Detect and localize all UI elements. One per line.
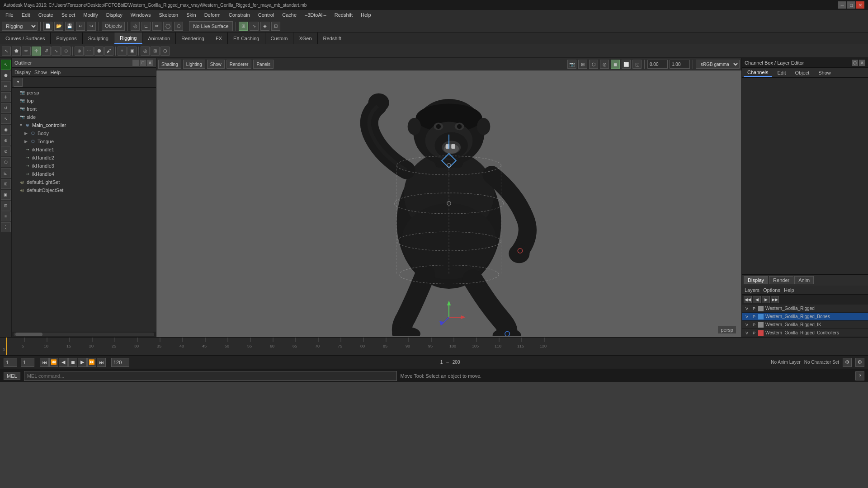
paint-weights[interactable]: 🖌 [104, 47, 113, 56]
menu-file[interactable]: File [2, 11, 17, 19]
layer-p-3[interactable]: P [751, 331, 757, 335]
le-prev-btn[interactable]: ◀◀ [744, 296, 752, 303]
outliner-item-default-obj-set[interactable]: ◎ defaultObjectSet [12, 186, 156, 194]
mel-input[interactable] [24, 371, 397, 381]
tab-curves-surfaces[interactable]: Curves / Surfaces [0, 33, 51, 44]
tool-move[interactable]: ✛ [32, 47, 41, 56]
vp-renderer-select[interactable]: sRGB gamma [696, 60, 740, 69]
end-frame-input[interactable]: 120 [111, 358, 129, 367]
help-line-btn[interactable]: ? [855, 371, 864, 380]
scroll-track[interactable] [14, 333, 154, 336]
menu-constrain[interactable]: Constrain [225, 11, 254, 19]
layer-v-0[interactable]: V [744, 306, 750, 311]
menu-help[interactable]: Help [357, 11, 375, 19]
tool-select[interactable]: ↖ [2, 47, 11, 56]
le-menu-options[interactable]: Options [763, 287, 780, 293]
cb-tab-show[interactable]: Show [815, 69, 835, 76]
save-scene-button[interactable]: 💾 [65, 22, 74, 31]
jump-end-btn[interactable]: ⏭ [97, 358, 106, 367]
ol-menu-help[interactable]: Help [51, 70, 61, 75]
ik-handle[interactable]: ⋯ [85, 47, 94, 56]
step-fwd-btn[interactable]: ⏩ [87, 358, 96, 367]
snap-live[interactable]: ◎ [141, 47, 150, 56]
outliner-item-main-ctrl[interactable]: ▼ ⊕ Main_controller [12, 121, 156, 129]
cb-tab-object[interactable]: Object [791, 69, 813, 76]
snap-grid[interactable]: ⊞ [239, 22, 248, 31]
le-next-btn[interactable]: ▶▶ [771, 296, 779, 303]
le-fwd-btn[interactable]: ▶ [762, 296, 770, 303]
outliner-item-ikhandle4[interactable]: ⊸ ikHandle4 [12, 170, 156, 178]
vp-grid-toggle[interactable]: ⊞ [578, 60, 587, 69]
tool-snap-icon[interactable]: ⊕ [1, 136, 11, 145]
ol-menu-display[interactable]: Display [14, 70, 31, 75]
layer-name-1[interactable]: Western_Gorilla_Rigged_Bones [765, 314, 866, 319]
tool-render-icon[interactable]: ▣ [1, 190, 11, 200]
joint-tool[interactable]: ⊕ [75, 47, 84, 56]
outliner-minimize[interactable]: ─ [132, 60, 139, 66]
undo-button[interactable]: ↩ [76, 22, 85, 31]
tab-fx-caching[interactable]: FX Caching [228, 33, 265, 44]
menu-edit[interactable]: Edit [18, 11, 34, 19]
tab-fx[interactable]: FX [210, 33, 228, 44]
menu-skeleton[interactable]: Skeleton [155, 11, 182, 19]
tool-obj-icon[interactable]: ⬡ [1, 157, 11, 167]
layer-v-1[interactable]: V [744, 314, 750, 319]
menu-cache[interactable]: Cache [278, 11, 300, 19]
retopo[interactable]: ⬡ [160, 47, 170, 56]
tool-move-icon[interactable]: ↖ [1, 60, 11, 70]
menu-modify[interactable]: Modify [80, 11, 101, 19]
tool-show-icon[interactable]: ◉ [1, 125, 11, 135]
layer-v-2[interactable]: V [744, 323, 750, 327]
menu-skin[interactable]: Skin [183, 11, 199, 19]
tool-lasso-icon[interactable]: ⬟ [1, 70, 11, 80]
step-snap[interactable]: ⊞ [151, 47, 160, 56]
tool-rotate[interactable]: ↺ [42, 47, 51, 56]
le-tab-anim[interactable]: Anim [794, 276, 814, 284]
vp-val2[interactable]: 1.00 [670, 60, 690, 69]
menu-select[interactable]: Select [58, 11, 79, 19]
step-back-btn[interactable]: ⏪ [49, 358, 58, 367]
char-set-btn[interactable]: ⚙ [855, 358, 864, 367]
minimize-button[interactable]: ─ [838, 1, 846, 9]
tool-more-icon[interactable]: ⋮ [1, 222, 11, 232]
cb-tab-channels[interactable]: Channels [744, 69, 772, 77]
anim-settings-btn[interactable]: ⚙ [843, 358, 852, 367]
tool-paint[interactable]: ✏ [22, 47, 31, 56]
soft-select[interactable]: ◯ [163, 22, 172, 31]
outliner-close[interactable]: ✕ [147, 60, 153, 66]
vp-val1[interactable]: 0.00 [647, 60, 668, 69]
outliner-item-default-light-set[interactable]: ◎ defaultLightSet [12, 178, 156, 186]
outliner-item-front[interactable]: 📷 front [12, 105, 156, 113]
vp-cam-select[interactable]: 📷 [567, 60, 576, 69]
layer-row-2[interactable]: V P Western_Gorilla_Rigged_IK [742, 321, 868, 329]
stop-btn[interactable]: ⏹ [68, 358, 77, 367]
le-back-btn[interactable]: ◀ [753, 296, 761, 303]
le-tab-render[interactable]: Render [769, 276, 793, 284]
snap-view[interactable]: ⊡ [271, 22, 280, 31]
lasso-select[interactable]: ⊏ [142, 22, 151, 31]
maximize-button[interactable]: □ [847, 1, 855, 9]
tool-extra-icon[interactable]: ≡ [1, 211, 11, 221]
marquee-select[interactable]: ⬡ [174, 22, 183, 31]
vp-xray[interactable]: ◱ [632, 60, 642, 69]
outliner-scrollbar[interactable] [12, 332, 156, 337]
mode-selector[interactable]: Rigging Modeling Animation [2, 22, 38, 31]
menu-windows[interactable]: Windows [127, 11, 155, 19]
menu-deform[interactable]: Deform [201, 11, 224, 19]
start-frame-input[interactable]: 1 [21, 358, 34, 367]
scroll-thumb[interactable] [15, 333, 42, 336]
tab-sculpting[interactable]: Sculpting [83, 33, 114, 44]
vp-ortho-toggle[interactable]: ⬡ [589, 60, 598, 69]
layer-row-3[interactable]: V P Western_Gorilla_Rigged_Controllers [742, 329, 868, 337]
layer-p-1[interactable]: P [751, 314, 757, 319]
select-by-name[interactable]: ◎ [131, 22, 140, 31]
redo-button[interactable]: ↪ [87, 22, 96, 31]
last-tool[interactable]: ▣ [127, 47, 137, 56]
vp-renderer-btn[interactable]: Renderer [226, 60, 252, 69]
layer-name-3[interactable]: Western_Gorilla_Rigged_Controllers [765, 330, 866, 335]
new-scene-button[interactable]: 📄 [43, 22, 52, 31]
layer-name-0[interactable]: Western_Gorilla_Rigged [765, 306, 866, 311]
ol-filter-btn[interactable]: ▼ [14, 78, 23, 87]
layer-row-1[interactable]: V P Western_Gorilla_Rigged_Bones [742, 313, 868, 321]
tool-layer-icon[interactable]: ⊞ [1, 179, 11, 189]
